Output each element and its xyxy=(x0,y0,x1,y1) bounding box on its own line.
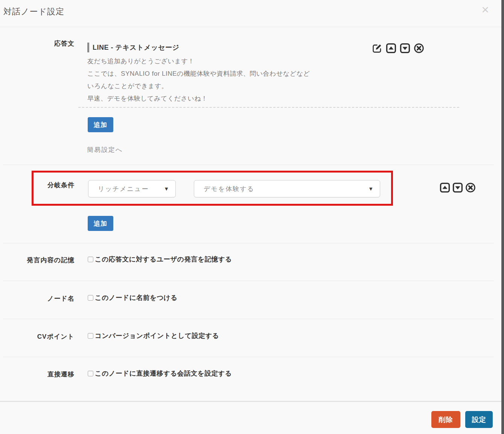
message-line: 早速、デモを体験してみてくださいね！ xyxy=(87,92,407,105)
move-down-icon[interactable] xyxy=(452,182,463,193)
option-row-node-name: ノード名 このノードに名前をつける xyxy=(0,293,501,306)
condition-value-select[interactable]: デモを体験する ▼ xyxy=(194,180,380,197)
option-checkbox-group[interactable]: このノードに名前をつける xyxy=(88,293,178,302)
option-checkbox-group[interactable]: この応答文に対するユーザの発言を記憶する xyxy=(88,255,232,264)
option-label: CVポイント xyxy=(0,332,75,341)
footer-divider xyxy=(0,401,501,402)
page-title: 対話ノード設定 xyxy=(3,6,64,17)
checkbox-label: この応答文に対するユーザの発言を記憶する xyxy=(95,255,232,264)
close-icon[interactable]: × xyxy=(481,3,489,16)
checkbox-label: このノードに名前をつける xyxy=(95,293,178,302)
section-divider xyxy=(3,165,494,165)
submit-button[interactable]: 設定 xyxy=(465,411,493,428)
remove-icon[interactable] xyxy=(465,182,476,193)
move-down-icon[interactable] xyxy=(400,43,410,53)
message-line: 友だち追加ありがとうございます！ xyxy=(87,55,407,67)
option-row-cv-point: CVポイント コンバージョンポイントとして設定する xyxy=(0,331,501,344)
option-checkbox-group[interactable]: コンバージョンポイントとして設定する xyxy=(88,331,219,340)
message-type-header: LINE - テキストメッセージ xyxy=(87,43,179,52)
chevron-down-icon: ▼ xyxy=(164,186,175,192)
branch-section-label: 分岐条件 xyxy=(0,181,75,189)
section-divider xyxy=(3,243,494,243)
condition-value-value: デモを体験する xyxy=(194,185,368,193)
move-up-icon[interactable] xyxy=(440,182,450,193)
condition-type-select[interactable]: リッチメニュー ▼ xyxy=(88,180,176,197)
add-message-button[interactable]: 追加 xyxy=(88,117,113,132)
message-text: 友だち追加ありがとうございます！ ここでは、SYNALIO for LINEの機… xyxy=(87,55,407,105)
option-row-direct-transition: 直接遷移 このノードに直接遷移する会話文を設定する xyxy=(0,369,501,382)
delete-button[interactable]: 削除 xyxy=(431,411,460,428)
message-toolbar xyxy=(372,43,424,53)
branch-toolbar xyxy=(440,182,476,193)
chevron-down-icon: ▼ xyxy=(368,186,380,192)
option-label: ノード名 xyxy=(0,294,75,303)
checkbox-icon[interactable] xyxy=(88,295,93,301)
checkbox-icon[interactable] xyxy=(88,371,93,376)
option-label: 発言内容の記憶 xyxy=(0,256,75,264)
viewport-edge-strip xyxy=(501,0,504,434)
row-divider xyxy=(3,319,494,319)
simple-settings-link[interactable]: 簡易設定へ xyxy=(87,145,123,154)
checkbox-label: このノードに直接遷移する会話文を設定する xyxy=(95,369,232,378)
option-checkbox-group[interactable]: このノードに直接遷移する会話文を設定する xyxy=(88,369,232,378)
checkbox-icon[interactable] xyxy=(88,333,93,339)
option-row-remember-utterance: 発言内容の記憶 この応答文に対するユーザの発言を記憶する xyxy=(0,255,501,267)
option-label: 直接遷移 xyxy=(0,370,75,379)
edit-icon[interactable] xyxy=(372,43,382,53)
message-type-bar xyxy=(87,43,89,52)
row-divider xyxy=(3,357,494,357)
checkbox-label: コンバージョンポイントとして設定する xyxy=(95,331,219,340)
header-divider xyxy=(0,27,501,27)
condition-type-value: リッチメニュー xyxy=(88,185,164,193)
remove-icon[interactable] xyxy=(414,43,424,53)
message-line: いろんなことができます。 xyxy=(87,80,407,92)
row-divider xyxy=(3,281,494,281)
add-branch-button[interactable]: 追加 xyxy=(88,216,113,231)
message-line: ここでは、SYNALIO for LINEの機能体験や資料請求、問い合わせなどな… xyxy=(87,67,407,80)
message-type-label: LINE - テキストメッセージ xyxy=(93,43,179,52)
checkbox-icon[interactable] xyxy=(88,257,93,262)
response-section-label: 応答文 xyxy=(0,39,75,48)
message-list-separator xyxy=(78,107,459,108)
move-up-icon[interactable] xyxy=(386,43,396,53)
dialog-node-settings: 対話ノード設定 × 応答文 LINE - テキストメッセージ 友だち追加ありがと… xyxy=(0,0,504,434)
